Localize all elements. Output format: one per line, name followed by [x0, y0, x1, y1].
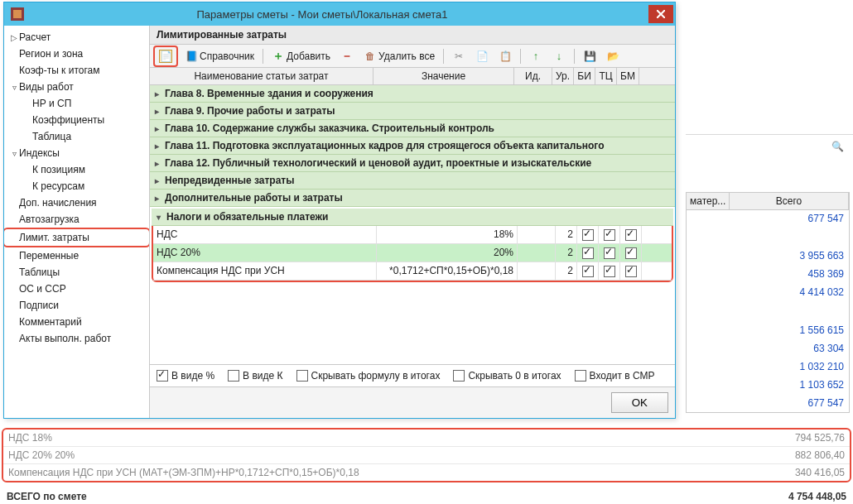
sidebar-item[interactable]: ▿Виды работ [4, 79, 149, 95]
cell-id[interactable] [518, 244, 556, 262]
cell-level[interactable]: 2 [556, 244, 577, 262]
cut-button[interactable]: ✂ [449, 48, 469, 65]
sidebar-item[interactable]: Подписи [4, 297, 149, 314]
totals-row: 1 032 210 [687, 358, 849, 376]
cell-value[interactable]: 18% [377, 226, 518, 243]
cell-level[interactable]: 2 [556, 262, 577, 280]
chevron-right-icon: ▸ [155, 142, 165, 151]
chapter-row[interactable]: ▸Глава 10. Содержание службы заказчика. … [150, 120, 675, 137]
sidebar-item[interactable]: Коэф-ты к итогам [4, 62, 149, 79]
sidebar-item[interactable]: ОС и ССР [4, 281, 149, 297]
summary-row[interactable]: Компенсация НДС при УСН (МАТ+(ЭМ-ЗПМ)+НР… [3, 464, 850, 481]
sidebar-item[interactable]: Регион и зона [4, 46, 149, 62]
expand-icon: ▿ [9, 149, 19, 158]
copy-button[interactable]: 📄 [472, 48, 492, 65]
paste-button[interactable]: 📋 [495, 48, 515, 65]
data-row[interactable]: НДС 18% 2 [153, 226, 672, 244]
checkbox-tc[interactable] [604, 229, 615, 241]
close-button[interactable] [648, 5, 673, 23]
open-button[interactable]: 📂 [603, 48, 623, 65]
arrow-down-icon: ↓ [552, 50, 566, 63]
sidebar-item[interactable]: Автозагрузка [4, 211, 149, 228]
chapter-row[interactable]: ▸Глава 11. Подготовка эксплуатационных к… [150, 137, 675, 155]
move-down-button[interactable]: ↓ [549, 48, 569, 65]
chevron-right-icon: ▸ [155, 194, 165, 203]
summary-row[interactable]: НДС 20% 20% 882 806,40 [3, 447, 850, 464]
sidebar-item[interactable]: Доп. начисления [4, 194, 149, 211]
cell-id[interactable] [518, 262, 556, 280]
sidebar-item-label: Индексы [19, 147, 60, 159]
checkbox-bm[interactable] [625, 266, 637, 277]
sidebar-item-label: Таблица [32, 131, 71, 142]
chapter-row[interactable]: ▸Глава 12. Публичный технологический и ц… [150, 155, 675, 172]
move-up-button[interactable]: ↑ [526, 48, 546, 65]
checkbox-bm[interactable] [625, 247, 637, 259]
grid-header-tc[interactable]: ТЦ [595, 68, 617, 84]
chapter-row[interactable]: ▾Налоги и обязательные платежи [152, 209, 673, 226]
toolbar-label: Удалить все [378, 50, 435, 62]
checkbox-as-coef[interactable]: В виде К [228, 370, 282, 382]
checkbox-bi[interactable] [582, 266, 594, 277]
sidebar-item-label: Регион и зона [19, 48, 83, 60]
summary-value: 340 416,05 [745, 467, 845, 478]
checkbox-bm[interactable] [625, 229, 637, 241]
checkbox-hide-zero[interactable]: Скрывать 0 в итогах [453, 370, 561, 382]
folder-open-icon: 📂 [606, 50, 619, 63]
search-icon[interactable]: 🔍 [830, 139, 845, 154]
sidebar-item[interactable]: НР и СП [4, 95, 149, 112]
sidebar-item[interactable]: К позициям [4, 161, 149, 178]
data-row[interactable]: Компенсация НДС при УСН *0,1712+СП*0,15+… [153, 262, 672, 281]
sidebar-item[interactable]: Комментарий [4, 314, 149, 330]
sidebar-item-limit-costs[interactable]: Лимит. затраты [4, 228, 150, 247]
grid-header-id[interactable]: Ид. [514, 68, 552, 84]
data-row[interactable]: НДС 20% 20% 2 [153, 244, 672, 262]
cell-name[interactable]: НДС 20% [153, 244, 377, 262]
sidebar-item[interactable]: Таблицы [4, 264, 149, 281]
sidebar-item-label: Комментарий [19, 316, 82, 328]
sidebar-item-label: Подписи [19, 300, 59, 311]
chapter-row[interactable]: ▸Глава 8. Временные здания и сооружения [150, 85, 675, 103]
checkbox-bi[interactable] [582, 229, 594, 241]
sidebar-item[interactable]: Акты выполн. работ [4, 330, 149, 347]
grid-header-level[interactable]: Ур. [552, 68, 574, 84]
reference-button[interactable]: 📘Справочник [181, 48, 258, 65]
cell-name[interactable]: НДС [153, 226, 377, 243]
chapter-row[interactable]: ▸Дополнительные работы и затраты [150, 190, 675, 207]
sidebar-item[interactable]: ▿Индексы [4, 145, 149, 161]
delete-all-button[interactable]: 🗑Удалить все [360, 48, 438, 65]
sidebar-item[interactable]: ▷Расчет [4, 29, 149, 46]
sidebar-item[interactable]: Коэффициенты [4, 112, 149, 128]
remove-button[interactable]: － [337, 48, 357, 65]
apply-button[interactable]: 📄 [156, 48, 176, 65]
paste-icon: 📋 [499, 50, 512, 63]
checkbox-in-smr[interactable]: Входит в СМР [575, 370, 655, 382]
grid-header-name[interactable]: Наименование статьи затрат [150, 68, 373, 84]
grid-header-bi[interactable]: БИ [574, 68, 595, 84]
grid-header-bm[interactable]: БМ [617, 68, 639, 84]
checkbox-as-percent[interactable]: В виде % [157, 370, 214, 382]
chapter-label: Налоги и обязательные платежи [166, 211, 329, 223]
save-button[interactable]: 💾 [580, 48, 600, 65]
grid-header-value[interactable]: Значение [373, 68, 514, 84]
sidebar-item-label: Доп. начисления [19, 197, 97, 209]
sidebar-item[interactable]: Переменные [4, 247, 149, 264]
sidebar-item[interactable]: К ресурсам [4, 178, 149, 194]
sidebar-item[interactable]: Таблица [4, 128, 149, 145]
chapter-row[interactable]: ▸Глава 9. Прочие работы и затраты [150, 103, 675, 120]
add-button[interactable]: ＋Добавить [268, 48, 334, 65]
summary-row[interactable]: НДС 18% 794 525,76 [3, 430, 850, 447]
checkbox-tc[interactable] [604, 247, 615, 259]
cell-value[interactable]: *0,1712+СП*0,15+ОБ)*0,18 [377, 262, 518, 280]
checkbox-bi[interactable] [582, 247, 594, 259]
cell-value[interactable]: 20% [377, 244, 518, 262]
cell-level[interactable]: 2 [556, 226, 577, 243]
cell-id[interactable] [518, 226, 556, 243]
checkbox-hide-formula[interactable]: Скрывать формулу в итогах [296, 370, 441, 382]
checkbox-tc[interactable] [604, 266, 615, 277]
cell-name[interactable]: Компенсация НДС при УСН [153, 262, 377, 280]
ok-button[interactable]: OK [611, 392, 668, 413]
delete-icon: 🗑 [364, 50, 377, 63]
chapter-label: Глава 10. Содержание службы заказчика. С… [165, 122, 494, 134]
chapter-row[interactable]: ▸Непредвиденные затраты [150, 172, 675, 190]
totals-header-mat: матер... [687, 193, 730, 209]
